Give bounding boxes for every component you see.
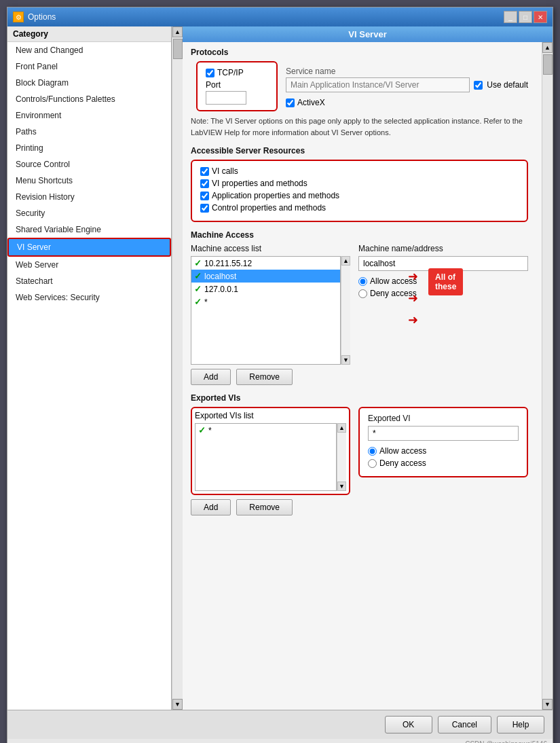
accessible-server-section: Accessible Server Resources VI callsVI p…	[191, 146, 528, 222]
exported-scroll-up[interactable]: ▲	[337, 423, 346, 433]
sidebar-item-statechart[interactable]: Statechart	[7, 273, 171, 289]
sidebar-scrollbar[interactable]: ▲ ▼	[172, 26, 183, 710]
activex-checkbox[interactable]	[286, 98, 295, 107]
scroll-up-btn[interactable]: ▲	[172, 26, 183, 37]
sidebar-header-label: Category	[13, 29, 48, 39]
machine-access-list[interactable]: ✓10.211.55.12✓localhost✓127.0.0.1✓*	[191, 256, 341, 365]
machine-add-btn[interactable]: Add	[191, 369, 231, 385]
sidebar-item-front-panel[interactable]: Front Panel	[7, 58, 171, 75]
exported-checkmark: ✓	[198, 425, 206, 435]
exported-btn-row: Add Remove	[191, 499, 528, 515]
panel-scrollbar[interactable]: ▲ ▼	[542, 42, 553, 710]
exported-vi-col: Exported VI Allow access D	[358, 407, 528, 495]
panel-scroll-down[interactable]: ▼	[542, 699, 553, 710]
options-window: ⚙ Options _ □ ✕ Category New and Changed…	[7, 7, 553, 743]
machine-list-scroll-up[interactable]: ▲	[341, 256, 350, 266]
machine-list-item[interactable]: ✓*	[191, 295, 340, 308]
scroll-down-btn[interactable]: ▼	[172, 699, 183, 710]
sidebar-item-web-server[interactable]: Web Server	[7, 257, 171, 273]
machine-item-label: 127.0.0.1	[204, 285, 238, 294]
machine-item-label: localhost	[204, 272, 236, 281]
sidebar-item-controls-functions[interactable]: Controls/Functions Palettes	[7, 91, 171, 107]
exported-grid: Exported VIs list ✓* ▲	[191, 407, 528, 495]
machine-checkmark: ✓	[194, 271, 202, 281]
machine-list-container: ✓10.211.55.12✓localhost✓127.0.0.1✓* ▲ ▼	[191, 256, 350, 365]
exported-scroll-down[interactable]: ▼	[337, 482, 346, 491]
resource-row: VI properties and methods	[200, 179, 519, 188]
sidebar-item-security[interactable]: Security	[7, 205, 171, 221]
service-input-row: Use default	[286, 77, 528, 92]
panel-title: VI Server	[183, 26, 553, 42]
panel-scroll-track	[542, 53, 553, 699]
machine-list-item[interactable]: ✓localhost	[191, 270, 340, 283]
resource-checkbox[interactable]	[200, 179, 209, 188]
service-name-input[interactable]	[286, 77, 470, 92]
port-label: Port	[206, 80, 268, 90]
protocols-box: TCP/IP Port 3367	[196, 61, 278, 111]
exported-allow-row: Allow access	[368, 446, 519, 456]
exported-list-scrollbar[interactable]: ▲ ▼	[337, 423, 346, 491]
main-content: Category New and ChangedFront PanelBlock…	[7, 26, 553, 710]
machine-list-scroll-down[interactable]: ▼	[341, 355, 350, 365]
exported-add-btn[interactable]: Add	[191, 499, 231, 515]
exported-deny-radio[interactable]	[368, 459, 377, 468]
maximize-button[interactable]: □	[519, 11, 532, 23]
exported-list-item[interactable]: ✓*	[195, 424, 336, 437]
machine-list-scrollbar[interactable]: ▲ ▼	[341, 256, 350, 365]
minimize-button[interactable]: _	[504, 11, 517, 23]
resource-checkbox[interactable]	[200, 167, 209, 176]
use-default-checkbox[interactable]	[474, 81, 483, 90]
exported-vi-input[interactable]	[368, 426, 519, 441]
exported-vis-section: Exported VIs Exported VIs list ✓*	[191, 393, 528, 515]
exported-allow-radio[interactable]	[368, 447, 377, 456]
sidebar-item-paths[interactable]: Paths	[7, 124, 171, 140]
sidebar-item-vi-server[interactable]: VI Server	[7, 238, 171, 257]
machine-right-col: Machine name/address Allow access Deny a…	[358, 244, 528, 365]
panel-scroll-up[interactable]: ▲	[542, 42, 553, 53]
machine-remove-btn[interactable]: Remove	[236, 369, 293, 385]
sidebar-item-environment[interactable]: Environment	[7, 107, 171, 124]
panel-scroll-thumb[interactable]	[543, 54, 553, 75]
arrows-group: ➜ ➜ ➜	[408, 270, 418, 326]
exported-vis-list[interactable]: ✓*	[195, 423, 337, 491]
scroll-thumb[interactable]	[173, 39, 183, 59]
window-title: Options	[28, 12, 56, 22]
allow-access-radio[interactable]	[358, 277, 367, 286]
help-button[interactable]: Help	[497, 716, 544, 733]
port-input[interactable]: 3367	[206, 91, 246, 105]
activex-row: ActiveX	[286, 98, 528, 107]
exported-deny-label: Deny access	[379, 458, 426, 468]
machine-list-scroll-track	[341, 266, 350, 355]
note-content: Note: The VI Server options on this page…	[191, 117, 523, 137]
activex-label: ActiveX	[297, 98, 325, 107]
exported-scroll-track	[337, 433, 346, 482]
exported-item-label: *	[208, 426, 212, 435]
tcpip-checkbox[interactable]	[206, 69, 214, 77]
machine-list-item[interactable]: ✓127.0.0.1	[191, 283, 340, 295]
sidebar-item-printing[interactable]: Printing	[7, 140, 171, 156]
title-bar-left: ⚙ Options	[13, 12, 56, 22]
sidebar-item-block-diagram[interactable]: Block Diagram	[7, 75, 171, 91]
use-default-label: Use default	[487, 80, 528, 90]
close-button[interactable]: ✕	[534, 11, 547, 23]
sidebar-item-source-control[interactable]: Source Control	[7, 156, 171, 173]
resource-checkbox[interactable]	[200, 204, 209, 213]
sidebar: Category New and ChangedFront PanelBlock…	[7, 26, 172, 710]
ok-button[interactable]: OK	[385, 716, 432, 733]
sidebar-item-revision-history[interactable]: Revision History	[7, 189, 171, 205]
cancel-button[interactable]: Cancel	[438, 716, 491, 733]
callout-box: All of these	[428, 268, 463, 295]
sidebar-item-new-and-changed[interactable]: New and Changed	[7, 42, 171, 58]
accessible-server-title: Accessible Server Resources	[191, 146, 528, 156]
machine-item-label: *	[204, 297, 208, 307]
deny-access-radio[interactable]	[358, 289, 367, 298]
sidebar-item-shared-variable-engine[interactable]: Shared Variable Engine	[7, 221, 171, 238]
resource-checkbox[interactable]	[200, 192, 209, 200]
machine-list-item[interactable]: ✓10.211.55.12	[191, 257, 340, 270]
resource-label: Application properties and methods	[212, 191, 339, 200]
resource-label: VI properties and methods	[212, 179, 307, 188]
exported-remove-btn[interactable]: Remove	[236, 499, 293, 515]
exported-list-col: Exported VIs list ✓* ▲	[191, 407, 350, 495]
sidebar-item-menu-shortcuts[interactable]: Menu Shortcuts	[7, 173, 171, 189]
sidebar-item-web-services-security[interactable]: Web Services: Security	[7, 289, 171, 306]
